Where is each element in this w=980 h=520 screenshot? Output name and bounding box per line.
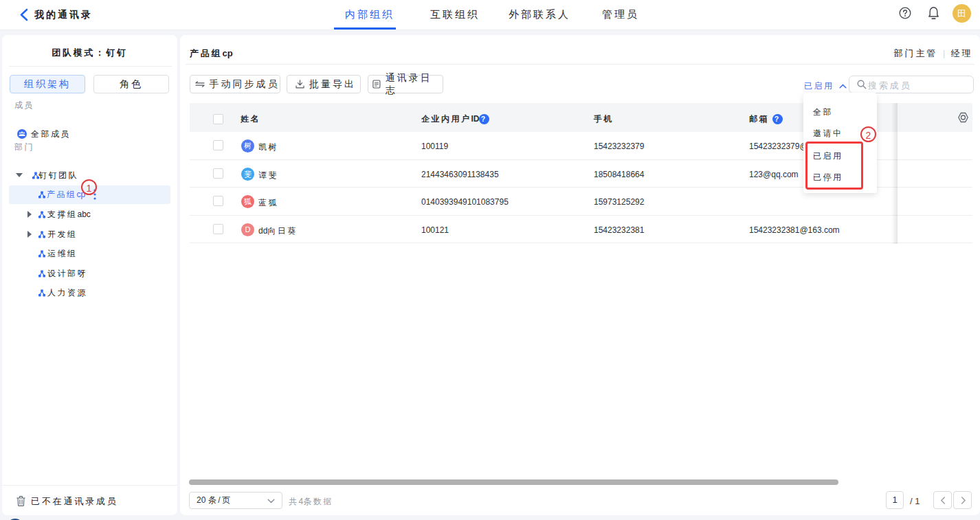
svg-text:?: ? [775,115,781,123]
svg-text:?: ? [481,115,487,123]
